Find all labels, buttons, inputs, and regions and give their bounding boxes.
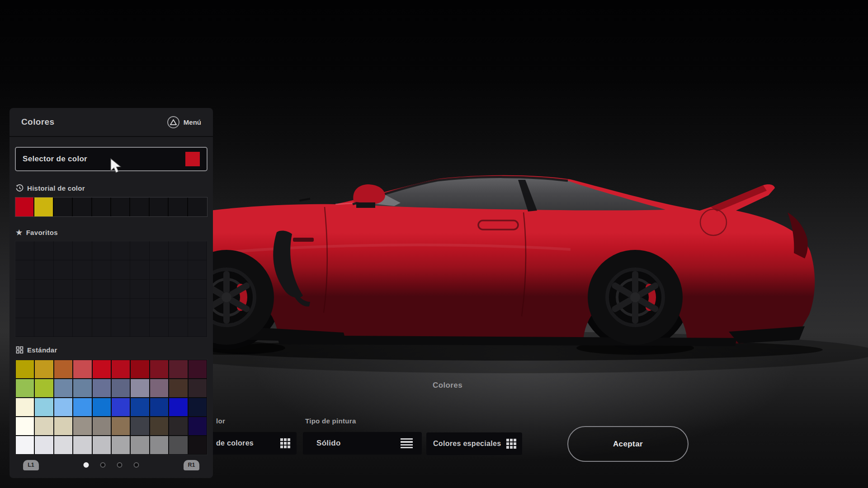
favorite-slot[interactable]: [54, 299, 73, 318]
palette-swatch[interactable]: [93, 398, 111, 416]
favorite-slot[interactable]: [92, 260, 111, 279]
palette-swatch[interactable]: [16, 417, 34, 435]
palette-swatch[interactable]: [150, 436, 168, 454]
palette-swatch[interactable]: [131, 398, 149, 416]
favorite-slot[interactable]: [54, 260, 73, 279]
favorite-slot[interactable]: [130, 241, 149, 260]
favorite-slot[interactable]: [150, 260, 169, 279]
history-swatch[interactable]: [130, 197, 149, 216]
palette-swatch[interactable]: [131, 360, 149, 378]
palette-swatch[interactable]: [16, 398, 34, 416]
favorite-slot[interactable]: [73, 241, 92, 260]
page-dot[interactable]: [134, 462, 139, 468]
palette-swatch[interactable]: [169, 398, 187, 416]
favorite-slot[interactable]: [169, 280, 188, 299]
favorite-slot[interactable]: [130, 280, 149, 299]
favorite-slot[interactable]: [92, 241, 111, 260]
favorite-slot[interactable]: [73, 280, 92, 299]
favorite-slot[interactable]: [15, 318, 34, 337]
favorite-slot[interactable]: [111, 280, 130, 299]
favorite-slot[interactable]: [73, 260, 92, 279]
r1-shoulder-button[interactable]: R1: [184, 460, 199, 470]
history-swatch[interactable]: [34, 197, 53, 216]
palette-swatch[interactable]: [131, 379, 149, 397]
palette-swatch[interactable]: [54, 398, 72, 416]
favorite-slot[interactable]: [54, 241, 73, 260]
l1-shoulder-button[interactable]: L1: [23, 460, 39, 470]
palette-swatch[interactable]: [35, 360, 53, 378]
palette-swatch[interactable]: [112, 360, 130, 378]
favorite-slot[interactable]: [15, 260, 34, 279]
palette-swatch[interactable]: [131, 436, 149, 454]
favorite-slot[interactable]: [73, 299, 92, 318]
history-swatch[interactable]: [150, 197, 169, 216]
favorite-slot[interactable]: [34, 241, 53, 260]
history-swatch[interactable]: [73, 197, 92, 216]
favorite-slot[interactable]: [15, 280, 34, 299]
palette-swatch[interactable]: [93, 379, 111, 397]
favorite-slot[interactable]: [111, 318, 130, 337]
favorite-slot[interactable]: [111, 299, 130, 318]
favorite-slot[interactable]: [150, 280, 169, 299]
palette-swatch[interactable]: [73, 436, 91, 454]
history-swatch[interactable]: [15, 197, 34, 216]
favorite-slot[interactable]: [130, 299, 149, 318]
favorite-slot[interactable]: [73, 318, 92, 337]
palette-swatch[interactable]: [35, 398, 53, 416]
palette-swatch[interactable]: [189, 436, 207, 454]
palette-swatch[interactable]: [73, 398, 91, 416]
favorite-slot[interactable]: [150, 299, 169, 318]
favorite-slot[interactable]: [34, 318, 53, 337]
palette-swatch[interactable]: [189, 398, 207, 416]
history-swatch[interactable]: [188, 197, 207, 216]
palette-swatch[interactable]: [35, 417, 53, 435]
palette-swatch[interactable]: [35, 436, 53, 454]
palette-swatch[interactable]: [93, 436, 111, 454]
favorite-slot[interactable]: [188, 280, 207, 299]
history-swatch[interactable]: [169, 197, 188, 216]
palette-swatch[interactable]: [150, 417, 168, 435]
favorite-slot[interactable]: [111, 260, 130, 279]
accept-button[interactable]: Aceptar: [567, 426, 689, 462]
favorite-slot[interactable]: [111, 241, 130, 260]
favorite-slot[interactable]: [92, 280, 111, 299]
favorite-slot[interactable]: [54, 280, 73, 299]
page-dot[interactable]: [84, 462, 89, 468]
palette-swatch[interactable]: [150, 398, 168, 416]
history-swatch[interactable]: [92, 197, 111, 216]
favorite-slot[interactable]: [130, 260, 149, 279]
palette-swatch[interactable]: [54, 417, 72, 435]
palette-swatch[interactable]: [189, 360, 207, 378]
palette-swatch[interactable]: [150, 379, 168, 397]
favorite-slot[interactable]: [15, 299, 34, 318]
page-dot[interactable]: [100, 462, 106, 468]
favorite-slot[interactable]: [169, 318, 188, 337]
favorite-slot[interactable]: [150, 241, 169, 260]
palette-swatch[interactable]: [16, 436, 34, 454]
palette-swatch[interactable]: [131, 417, 149, 435]
menu-button[interactable]: Menú: [167, 116, 201, 128]
favorite-slot[interactable]: [92, 318, 111, 337]
palette-swatch[interactable]: [189, 417, 207, 435]
palette-swatch[interactable]: [169, 417, 187, 435]
palette-swatch[interactable]: [73, 417, 91, 435]
special-colors-button[interactable]: Colores especiales: [426, 432, 522, 455]
favorite-slot[interactable]: [34, 299, 53, 318]
favorite-slot[interactable]: [188, 318, 207, 337]
paint-type-select[interactable]: Sólido: [303, 432, 422, 455]
favorite-slot[interactable]: [188, 260, 207, 279]
favorite-slot[interactable]: [130, 318, 149, 337]
palette-swatch[interactable]: [54, 379, 72, 397]
favorite-slot[interactable]: [188, 299, 207, 318]
history-swatch[interactable]: [54, 197, 73, 216]
palette-swatch[interactable]: [169, 379, 187, 397]
page-dot[interactable]: [117, 462, 123, 468]
palette-swatch[interactable]: [112, 398, 130, 416]
palette-swatch[interactable]: [112, 379, 130, 397]
palette-swatch[interactable]: [93, 417, 111, 435]
palette-swatch[interactable]: [112, 417, 130, 435]
history-swatch[interactable]: [111, 197, 130, 216]
palette-swatch[interactable]: [169, 360, 187, 378]
palette-swatch[interactable]: [16, 379, 34, 397]
favorite-slot[interactable]: [54, 318, 73, 337]
